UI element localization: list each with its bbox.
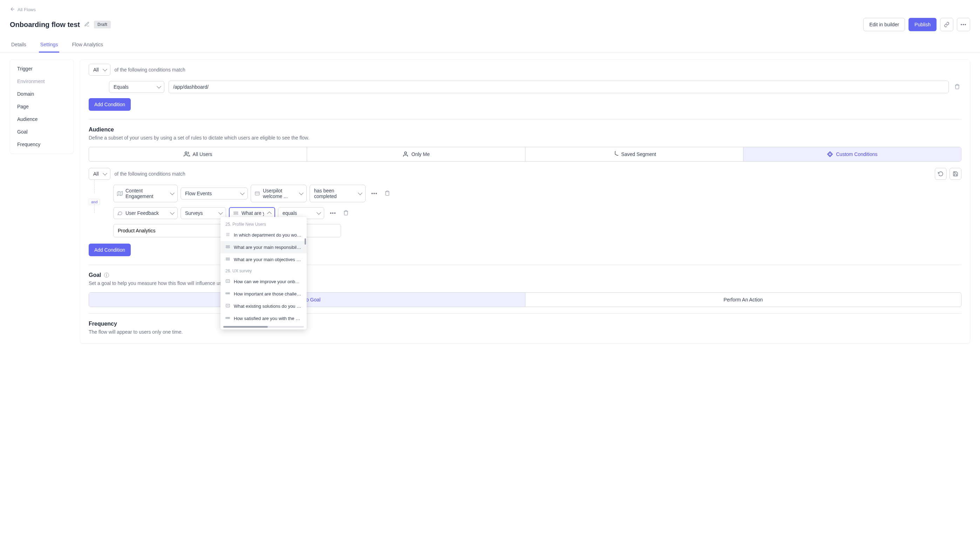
share-link-button[interactable]: [940, 18, 953, 31]
pie-icon: [612, 151, 618, 158]
segment-saved[interactable]: Saved Segment: [525, 147, 743, 161]
dropdown-opt-text: What are your main responsibilities?: [234, 245, 302, 250]
svg-rect-5: [226, 258, 230, 259]
cond1-category-select[interactable]: Content Engagement: [113, 185, 178, 202]
frequency-desc: The flow will appear to users only one t…: [88, 329, 962, 335]
cond2-category-value: User Feedback: [126, 210, 159, 216]
back-all-flows[interactable]: All Flows: [10, 6, 36, 13]
sidenav-goal[interactable]: Goal: [13, 125, 70, 138]
trash-icon: [385, 190, 390, 196]
segment-all-label: All Users: [193, 151, 212, 157]
sidenav-trigger[interactable]: Trigger: [13, 62, 70, 75]
tab-flow-analytics[interactable]: Flow Analytics: [70, 38, 105, 53]
dropdown-option-dept[interactable]: In which department do you work?: [220, 229, 307, 241]
chat-icon: [117, 210, 123, 216]
cond1-type-select[interactable]: Flow Events: [180, 187, 248, 199]
cond1-item-select[interactable]: Userpilot welcome ...: [251, 185, 307, 202]
goal-title: Goal: [88, 272, 101, 278]
dropdown-option-existing-solutions[interactable]: What existing solutions do you use to so…: [220, 300, 307, 312]
cond2-delete[interactable]: [342, 208, 350, 218]
save-icon: [953, 171, 958, 177]
tab-settings[interactable]: Settings: [39, 38, 60, 53]
radio-icon: [225, 256, 230, 263]
diamond-icon: [827, 151, 833, 158]
dropdown-opt-text: In which department do you work?: [234, 232, 302, 238]
settings-side-nav: Trigger Environment Domain Page Audience…: [10, 59, 74, 154]
goal-none[interactable]: No Goal: [89, 293, 525, 307]
svg-rect-3: [226, 246, 230, 246]
page-title: Onboarding flow test: [10, 21, 80, 29]
audience-add-condition-button[interactable]: Add Condition: [88, 244, 131, 256]
page-match-text: of the following conditions match: [115, 67, 185, 72]
dropdown-option-improve-onboarding[interactable]: How can we improve your onboarding e...: [220, 276, 307, 288]
radio-icon: [233, 210, 239, 216]
audience-desc: Define a subset of your users by using a…: [88, 135, 962, 141]
tab-details[interactable]: Details: [10, 38, 28, 53]
svg-rect-8: [226, 293, 227, 294]
dropdown-opt-text: How important are those challenges for t…: [234, 291, 302, 297]
cond1-type-value: Flow Events: [185, 191, 212, 196]
edit-in-builder-button[interactable]: Edit in builder: [863, 18, 905, 31]
map-icon: [117, 191, 123, 196]
dropdown-opt-text: How satisfied are you with the solution?: [234, 316, 302, 321]
more-actions-button[interactable]: •••: [957, 18, 970, 31]
sidenav-domain[interactable]: Domain: [13, 88, 70, 100]
cond1-state-select[interactable]: has been completed: [310, 185, 365, 202]
segment-custom[interactable]: Custom Conditions: [743, 147, 961, 161]
cond2-type-select[interactable]: Surveys: [180, 207, 226, 219]
more-dots-icon: •••: [371, 191, 377, 196]
dropdown-option-satisfied[interactable]: How satisfied are you with the solution?: [220, 312, 307, 325]
arrow-left-icon: [10, 6, 15, 13]
svg-rect-2: [234, 213, 238, 215]
audience-match-mode-select[interactable]: All: [88, 168, 110, 180]
cond2-operator-value: equals: [282, 210, 297, 216]
card-icon: [254, 191, 260, 196]
dropdown-option-responsibilities[interactable]: What are your main responsibilities?: [220, 241, 307, 253]
svg-rect-9: [227, 293, 228, 294]
dropdown-option-important-challenges[interactable]: How important are those challenges for t…: [220, 288, 307, 300]
publish-button[interactable]: Publish: [908, 18, 937, 31]
dropdown-opt-text: What existing solutions do you use to so…: [234, 304, 302, 309]
more-dots-icon: •••: [961, 22, 967, 27]
link-icon: [944, 22, 949, 27]
page-add-condition-button[interactable]: Add Condition: [88, 98, 131, 111]
save-conditions-button[interactable]: [949, 168, 962, 180]
cond2-category-select[interactable]: User Feedback: [113, 207, 178, 219]
segment-only-me[interactable]: Only Me: [307, 147, 525, 161]
cond1-item-value: Userpilot welcome ...: [263, 188, 295, 199]
svg-rect-6: [226, 259, 230, 260]
dropdown-horizontal-scrollbar[interactable]: [223, 326, 304, 328]
status-badge: Draft: [94, 21, 111, 28]
cond1-category-value: Content Engagement: [126, 188, 166, 199]
page-match-mode-select[interactable]: All: [88, 64, 110, 76]
segment-all-users[interactable]: All Users: [89, 147, 307, 161]
cond1-more-button[interactable]: •••: [369, 187, 380, 199]
edit-title-icon[interactable]: [84, 21, 90, 28]
sidenav-environment[interactable]: Environment: [13, 75, 70, 88]
list-icon: [225, 232, 230, 238]
cond2-type-value: Surveys: [185, 210, 203, 216]
cond2-question-value: What are yo: [241, 210, 264, 216]
goal-info-icon[interactable]: i: [104, 273, 109, 277]
svg-rect-0: [255, 192, 259, 195]
segment-custom-label: Custom Conditions: [836, 151, 877, 157]
back-label: All Flows: [18, 7, 36, 12]
cond1-delete[interactable]: [383, 189, 392, 199]
segment-saved-label: Saved Segment: [621, 151, 656, 157]
dropdown-group-26: 26. UX survey: [220, 266, 307, 276]
reset-conditions-button[interactable]: [935, 168, 947, 180]
page-value-input[interactable]: [169, 80, 949, 93]
sidenav-page[interactable]: Page: [13, 100, 70, 113]
dropdown-scrollbar[interactable]: [305, 238, 306, 245]
text-icon: [225, 279, 230, 285]
question-dropdown[interactable]: 25. Profile New Users In which departmen…: [220, 217, 307, 330]
page-operator-select[interactable]: Equals: [109, 81, 164, 93]
sidenav-audience[interactable]: Audience: [13, 113, 70, 125]
page-cond-delete[interactable]: [953, 82, 962, 92]
radio-icon: [225, 244, 230, 250]
sidenav-frequency[interactable]: Frequency: [13, 138, 70, 151]
cond2-more-button[interactable]: •••: [327, 207, 339, 219]
dropdown-opt-text: What are your main objectives with User.…: [234, 257, 302, 262]
dropdown-option-objectives[interactable]: What are your main objectives with User.…: [220, 253, 307, 266]
goal-perform-action[interactable]: Perform An Action: [525, 293, 962, 307]
